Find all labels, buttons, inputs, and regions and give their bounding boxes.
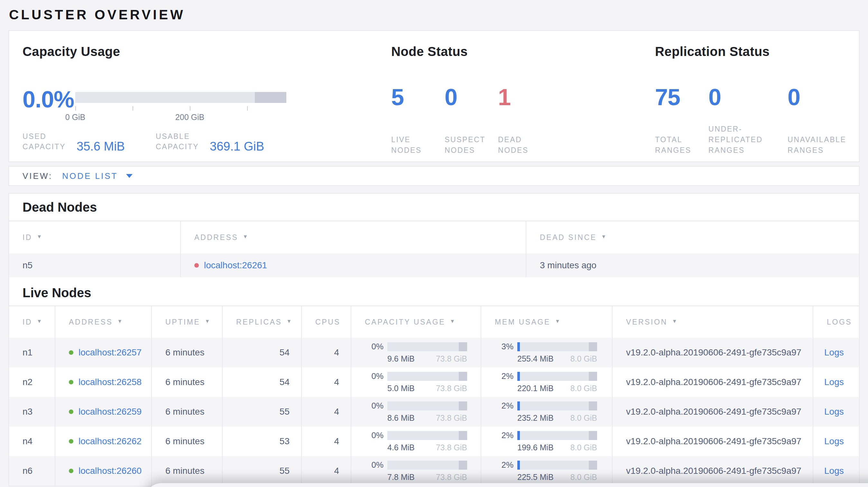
mem-total: 8.0 GiB [570,384,597,393]
capacity-bar-chart: 0 GiB 200 GiB [75,92,286,122]
sort-arrow-icon: ▼ [672,319,678,324]
live-header-address[interactable]: ADDRESS▼ [55,306,151,338]
logs-link[interactable]: Logs [824,466,844,476]
mem-pct: 2% [498,401,514,411]
dead-nodes-metric: 1 DEAD NODES [498,85,551,156]
replicas-value: 55 [280,466,289,476]
live-header-id[interactable]: ID▼ [9,306,55,338]
live-header-version[interactable]: VERSION▼ [612,306,813,338]
mem-used: 220.1 MiB [517,384,554,393]
capacity-mini-bar [388,431,467,440]
capacity-used: 9.6 MiB [388,354,415,363]
view-dropdown[interactable]: NODE LIST [62,171,132,181]
mem-mini-bar [517,431,597,440]
version-value: v19.2.0-alpha.20190606-2491-gfe735c9a97 [626,466,801,476]
suspect-nodes-count: 0 [445,85,498,109]
dead-node-row: n5 localhost:26261 3 minutes ago [9,254,859,277]
capacity-used: 8.6 MiB [388,413,415,423]
logs-link[interactable]: Logs [824,407,844,417]
mem-mini-bar [517,342,597,351]
version-value: v19.2.0-alpha.20190606-2491-gfe735c9a97 [626,377,801,387]
mem-used: 255.4 MiB [517,354,554,363]
capacity-usage-panel: Capacity Usage 0.0% 0 GiB [23,45,370,152]
usable-capacity-label: USABLE CAPACITY [156,131,210,152]
capacity-axis-ticks [75,106,286,111]
used-capacity-label: USED CAPACITY [23,131,76,152]
replicas-value: 54 [280,377,289,387]
capacity-usage-cell: 0% 8.6 MiB73.8 GiB [351,397,480,426]
sort-arrow-icon: ▼ [205,319,211,324]
node-id: n6 [23,466,32,476]
offscreen-element-shadow [145,483,868,487]
node-address-link[interactable]: localhost:26262 [79,436,142,447]
mem-total: 8.0 GiB [570,354,597,363]
mem-mini-bar [517,401,597,411]
dead-nodes-heading: Dead Nodes [9,194,859,221]
live-nodes-metric: 5 LIVE NODES [391,85,445,156]
live-header-cpus: CPUS [301,306,351,338]
capacity-pct: 0% [368,430,383,441]
node-id: n4 [23,436,32,447]
node-address-link[interactable]: localhost:26261 [204,260,267,270]
dead-status-dot-icon [194,263,199,268]
node-address-link[interactable]: localhost:26260 [79,466,142,476]
axis-tick [132,106,133,111]
sort-arrow-icon: ▼ [243,234,249,240]
live-nodes-count: 5 [391,85,445,109]
mem-usage-cell: 2% 235.2 MiB8.0 GiB [480,397,612,426]
mem-pct: 2% [498,460,514,470]
logs-link[interactable]: Logs [824,377,844,387]
sort-arrow-icon: ▼ [287,319,293,324]
capacity-mini-bar [388,342,467,351]
dead-header-address[interactable]: ADDRESS▼ [180,221,526,254]
capacity-used: 7.8 MiB [388,473,415,482]
page-title: CLUSTER OVERVIEW [0,0,868,24]
capacity-bar-reserved-segment [255,92,286,103]
version-value: v19.2.0-alpha.20190606-2491-gfe735c9a97 [626,436,801,447]
live-node-row: n4 localhost:26262 6 minutes 53 4 0% 4.6… [9,426,859,456]
live-header-replicas[interactable]: REPLICAS▼ [222,306,301,338]
live-header-mem-usage[interactable]: MEM USAGE▼ [480,306,612,338]
uptime-value: 6 minutes [165,436,204,447]
node-address-link[interactable]: localhost:26257 [79,347,142,358]
live-node-row: n3 localhost:26259 6 minutes 55 4 0% 8.6… [9,397,859,426]
dead-nodes-label: DEAD NODES [498,134,542,156]
mem-used: 199.6 MiB [517,443,554,452]
axis-tick [75,106,76,111]
view-dropdown-value[interactable]: NODE LIST [62,171,118,181]
capacity-stats: USED CAPACITY 35.6 MiB USABLE CAPACITY 3… [23,132,370,152]
chevron-down-icon [126,174,132,178]
mem-used: 235.2 MiB [517,413,554,423]
capacity-pct: 0% [368,460,383,470]
uptime-value: 6 minutes [165,377,204,387]
axis-tick [247,106,248,111]
cluster-overview-page: CLUSTER OVERVIEW Capacity Usage 0.0% [0,0,868,487]
replication-status-metrics: 75 TOTAL RANGES 0 UNDER-REPLICATED RANGE… [655,85,867,156]
live-status-dot-icon [69,469,73,473]
live-nodes-table-header: ID▼ ADDRESS▼ UPTIME▼ REPLICAS▼ CPUS CAPA… [9,306,859,338]
mem-total: 8.0 GiB [570,413,597,423]
total-ranges-label: TOTAL RANGES [655,134,699,156]
live-status-dot-icon [69,380,73,384]
unavailable-ranges-metric: 0 UNAVAILABLE RANGES [787,85,865,156]
node-id: n1 [23,347,32,358]
dead-header-dead-since[interactable]: DEAD SINCE▼ [526,221,859,254]
live-header-uptime[interactable]: UPTIME▼ [151,306,222,338]
replicas-value: 55 [280,407,289,417]
mem-pct: 3% [498,342,514,352]
replication-status-title: Replication Status [655,45,867,58]
capacity-total: 73.8 GiB [436,413,467,423]
node-address-link[interactable]: localhost:26259 [79,407,142,417]
suspect-nodes-label: SUSPECT NODES [445,134,488,156]
under-replicated-ranges-count: 0 [708,85,787,109]
mem-usage-cell: 2% 225.5 MiB8.0 GiB [480,456,612,486]
dead-header-id[interactable]: ID▼ [9,221,180,254]
axis-label-0gib: 0 GiB [53,112,98,122]
capacity-total: 73.8 GiB [436,443,467,452]
used-capacity-value: 35.6 MiB [76,140,125,153]
logs-link[interactable]: Logs [824,436,844,447]
live-header-capacity-usage[interactable]: CAPACITY USAGE▼ [351,306,480,338]
logs-link[interactable]: Logs [824,347,844,358]
node-address-link[interactable]: localhost:26258 [79,377,142,387]
under-replicated-ranges-label: UNDER-REPLICATED RANGES [708,124,773,156]
